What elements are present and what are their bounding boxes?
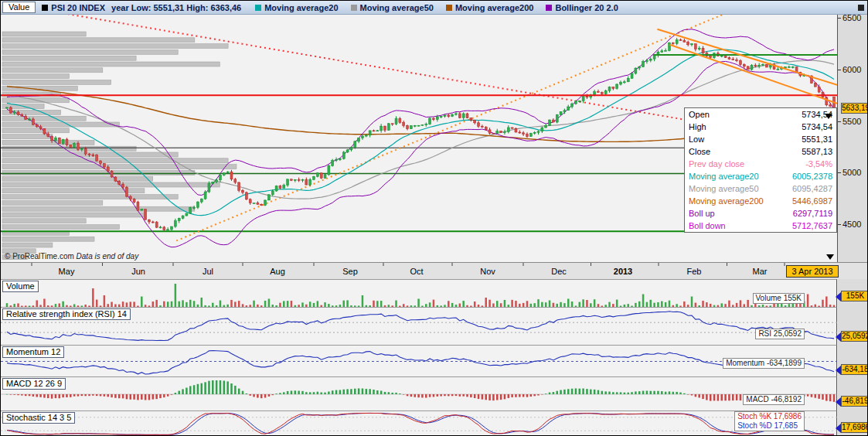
month-label: May [59,267,75,276]
info-row-value: 5446,6987 [792,195,832,207]
info-row: Open5734,54 [685,108,836,121]
price-axis-label: 5000 [842,168,861,177]
month-label: Aug [270,267,285,276]
volume-value-label: Volume 155K [753,293,805,304]
info-row: Prev day close-3,54% [685,158,836,170]
info-row-value: 5587,13 [802,145,832,158]
legend-swatch-icon [446,5,452,11]
info-row: Moving average206005,2378 [685,170,836,182]
info-row-label: Open [689,108,710,121]
price-axis-tick [838,18,841,19]
macd-panel[interactable]: MACD 12 26 9 MACD -46,8192 -46,819 [1,376,868,410]
data-note: Data is end of day [77,252,139,261]
legend: Moving average20Moving average50Moving a… [255,3,618,12]
info-row-value: 6005,2378 [792,170,832,182]
month-label: Dec [551,267,567,276]
legend-swatch-icon [351,5,357,11]
copyright-note: © ProRealTime.com Data is end of day [5,252,138,261]
legend-label: Bollinger 20 2.0 [555,3,618,12]
macd-canvas[interactable] [1,377,837,411]
macd-axis-value: -46,819 [841,396,868,407]
price-axis-tick [838,224,841,225]
value-selector[interactable]: Value [2,2,36,13]
month-label: Feb [687,267,702,276]
volume-axis-value: 155K [841,291,868,301]
time-axis[interactable]: MayJunJulAugSepOctNovDec2013FebMar 3 Apr… [1,262,868,279]
info-row: Moving average2005446,6987 [685,195,836,207]
info-row-value: 5551,31 [802,133,832,145]
info-row-label: Low [689,133,704,145]
info-row-value: 6297,7119 [793,207,832,220]
momentum-panel-title[interactable]: Momentum 12 [2,346,64,358]
legend-item[interactable]: Moving average200 [446,3,534,12]
price-axis-tick [838,121,841,122]
info-row-label: High [689,121,706,133]
month-label: Nov [480,267,495,276]
month-label: Sep [342,267,358,276]
month-label: Jul [203,267,213,276]
month-label: Mar [753,267,768,276]
legend-item[interactable]: Moving average20 [255,3,338,12]
legend-swatch-icon [255,5,261,11]
year-range: year Low: 5551,31 High: 6363,46 [111,3,241,12]
macd-panel-title[interactable]: MACD 12 26 9 [2,378,66,390]
info-row: Close5587,13 [685,145,836,158]
copyright-text: © ProRealTime.com [5,252,74,261]
instrument-swatch-icon [42,5,48,11]
stochastic-canvas[interactable] [1,411,837,436]
axis-scroll-arrow-icon[interactable] [826,254,834,264]
ohlc-info-box: Open5734,54High5734,54Low5551,31Close558… [684,107,837,233]
info-row-value: 6095,4287 [792,182,832,195]
value-selector-label: Value [9,2,29,12]
stochastic-panel[interactable]: Stochastic 14 3 5 Stoch %K 17,6986 Stoch… [1,410,868,436]
rsi-panel[interactable]: Relative strength index (RSI) 14 RSI 25,… [1,307,868,345]
rsi-value-label: RSI 25,0592 [755,329,805,339]
price-axis-tick [838,70,841,70]
info-row-label: Boll down [689,220,726,232]
momentum-panel[interactable]: Momentum 12 Momentum -634,1899 -634,18 [1,345,868,376]
info-row-value: 5712,7637 [792,220,832,232]
volume-panel-title[interactable]: Volume [2,281,39,292]
price-axis-label: 5500 [842,117,861,126]
info-row-value: -3,54% [805,158,832,170]
volume-canvas[interactable] [1,280,837,308]
legend-label: Moving average200 [455,3,534,12]
last-candle-marker-icon [825,114,832,123]
price-axis-label: 6000 [842,65,861,74]
instrument-legend: PSI 20 INDEX [42,3,105,12]
legend-item[interactable]: Bollinger 20 2.0 [546,3,618,12]
info-row: High5734,54 [685,121,836,133]
stochastic-axis-value: 17,6986 [841,422,868,433]
month-label: Jun [131,267,145,276]
momentum-canvas[interactable] [1,346,837,377]
legend-item[interactable]: Moving average50 [351,3,434,12]
stoch-d-label: Stoch %D 17,685 [737,421,802,431]
window-corner-icon[interactable] [858,5,864,11]
stochastic-value-label: Stoch %K 17,6986 Stoch %D 17,685 [734,411,805,431]
info-row: Boll down5712,7637 [685,220,836,232]
momentum-axis-value: -634,18 [841,364,868,375]
momentum-value-label: Momentum -634,1899 [723,358,805,369]
price-axis-label: 4500 [842,220,861,229]
rsi-panel-title[interactable]: Relative strength index (RSI) 14 [2,308,131,320]
volume-panel[interactable]: Volume Volume 155K 155K [1,279,868,307]
info-row: Boll up6297,7119 [685,207,836,220]
legend-swatch-icon [546,5,552,11]
info-row-label: Boll up [689,207,715,220]
rsi-axis-value: 25,0592 [841,331,868,342]
macd-value-label: MACD -46,8192 [743,394,805,405]
stochastic-panel-title[interactable]: Stochastic 14 3 5 [2,412,75,424]
info-row-label: Close [689,145,710,158]
month-label: Oct [410,267,423,276]
info-row-label: Prev day close [689,158,744,170]
instrument-name: PSI 20 INDEX [51,3,105,12]
chart-header: Value PSI 20 INDEX year Low: 5551,31 Hig… [1,1,868,15]
main-chart-panel[interactable]: Open5734,54High5734,54Low5551,31Close558… [1,15,838,262]
last-price-axis-label: 5633,19 [841,103,868,114]
info-row: Low5551,31 [685,133,836,145]
legend-label: Moving average20 [264,3,338,12]
current-date-label: 3 Apr 2013 [786,265,839,278]
stoch-k-label: Stoch %K 17,6986 [737,412,802,421]
info-row: Moving average506095,4287 [685,182,836,195]
legend-label: Moving average50 [360,3,434,12]
